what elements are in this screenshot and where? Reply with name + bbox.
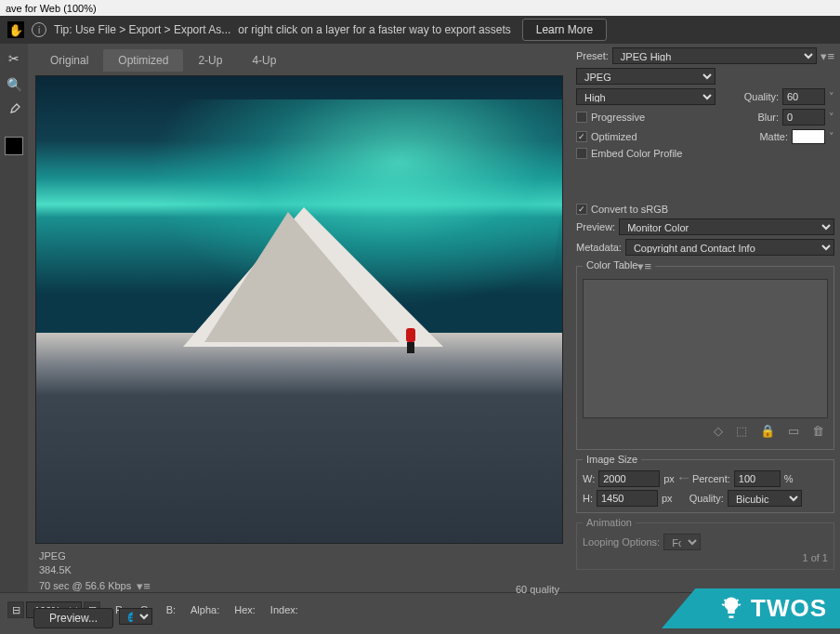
- ct-trash-icon[interactable]: 🗑: [812, 424, 824, 438]
- preview-label: Preview:: [576, 221, 615, 232]
- preset-label: Preset:: [576, 50, 609, 61]
- percent-label: Percent:: [692, 473, 730, 484]
- quality-dropdown-icon[interactable]: ˅: [829, 91, 834, 103]
- preview-time: 70 sec @ 56.6 Kbps: [39, 579, 131, 593]
- width-input[interactable]: [598, 470, 660, 487]
- percent-unit: %: [784, 473, 794, 484]
- blur-input[interactable]: [782, 109, 825, 125]
- animation-legend: Animation: [583, 517, 636, 528]
- animation-section: Animation Looping Options: Fo 1 of 1: [576, 517, 834, 570]
- blur-dropdown-icon[interactable]: ˅: [829, 112, 834, 124]
- color-table-grid[interactable]: [583, 279, 828, 418]
- download-speed-menu-icon[interactable]: ▾≡: [137, 578, 151, 595]
- info-icon: i: [32, 22, 46, 37]
- preview-size: 384.5K: [39, 563, 151, 577]
- tip-bar: ✋ i Tip: Use File > Export > Export As..…: [0, 16, 840, 44]
- color-table-section: Color Table ▾≡ ◇ ⬚ 🔒 ▭ 🗑: [576, 259, 834, 450]
- preview-quality: 60 quality: [516, 584, 559, 595]
- progressive-checkbox[interactable]: [576, 112, 587, 123]
- matte-swatch[interactable]: [792, 129, 825, 144]
- index-label: Index:: [270, 604, 298, 615]
- b-label: B:: [166, 604, 176, 615]
- format-select[interactable]: JPEG: [576, 68, 715, 85]
- convert-srgb-checkbox[interactable]: [576, 204, 587, 215]
- blur-label: Blur:: [757, 112, 779, 123]
- preview-select[interactable]: Monitor Color: [619, 218, 834, 235]
- quality-input[interactable]: [782, 88, 825, 105]
- preset-select[interactable]: JPEG High: [612, 47, 818, 64]
- height-input[interactable]: [597, 490, 658, 507]
- resample-quality-label: Quality:: [689, 493, 724, 504]
- quality-preset-select[interactable]: High: [576, 88, 715, 105]
- tip-text-1: Tip: Use File > Export > Export As...: [54, 23, 230, 36]
- color-swatch[interactable]: [5, 137, 23, 155]
- convert-srgb-label: Convert to sRGB: [591, 204, 668, 215]
- settings-panel: Preset: JPEG High ▾≡ JPEG High Quality: …: [571, 44, 840, 592]
- alpha-label: Alpha:: [190, 604, 219, 615]
- progressive-label: Progressive: [591, 112, 645, 123]
- looping-label: Looping Options:: [583, 536, 660, 548]
- width-label: W:: [583, 473, 595, 484]
- browser-select[interactable]: 🌐: [119, 608, 152, 625]
- ct-shift-icon[interactable]: ⬚: [736, 424, 747, 438]
- optimized-label: Optimized: [591, 131, 637, 142]
- ct-lock-icon[interactable]: 🔒: [760, 424, 775, 438]
- hex-label: Hex:: [234, 604, 256, 615]
- metadata-select[interactable]: Copyright and Contact Info: [625, 239, 834, 256]
- looping-select: Fo: [663, 534, 701, 550]
- frame-counter: 1 of 1: [802, 552, 828, 563]
- ct-new-icon[interactable]: ▭: [788, 424, 799, 438]
- tab-2up[interactable]: 2-Up: [183, 49, 237, 72]
- hand-tool-icon[interactable]: ✋: [7, 21, 24, 38]
- quality-label: Quality:: [744, 91, 779, 102]
- slice-tool-icon[interactable]: ✂: [5, 49, 23, 68]
- eyedropper-tool-icon[interactable]: [5, 101, 23, 120]
- tip-text-2: or right click on a layer for a faster w…: [238, 23, 510, 36]
- view-tabs: Original Optimized 2-Up 4-Up: [28, 44, 571, 72]
- embed-profile-label: Embed Color Profile: [591, 148, 682, 159]
- preview-button[interactable]: Preview...: [33, 608, 113, 628]
- embed-profile-checkbox[interactable]: [576, 148, 587, 159]
- preview-format: JPEG: [39, 549, 151, 563]
- height-label: H:: [583, 493, 593, 504]
- percent-input[interactable]: [734, 470, 781, 487]
- tab-4up[interactable]: 4-Up: [237, 49, 291, 72]
- tool-strip: ✂ 🔍: [0, 44, 28, 592]
- image-size-section: Image Size W: px ⬳ Percent: % H: px Qual…: [576, 454, 834, 513]
- color-table-legend: Color Table: [586, 259, 637, 271]
- preview-canvas[interactable]: [35, 75, 563, 544]
- tab-original[interactable]: Original: [35, 49, 103, 72]
- ct-pick-icon[interactable]: ◇: [714, 424, 723, 438]
- optimized-checkbox[interactable]: [576, 131, 587, 142]
- window-title: ave for Web (100%): [0, 0, 840, 16]
- matte-dropdown-icon[interactable]: ˅: [829, 131, 834, 143]
- tab-optimized[interactable]: Optimized: [103, 49, 183, 72]
- matte-label: Matte:: [759, 131, 788, 142]
- zoom-tool-icon[interactable]: 🔍: [5, 75, 23, 94]
- resample-quality-select[interactable]: Bicubic: [728, 490, 802, 507]
- metadata-label: Metadata:: [576, 242, 622, 253]
- color-table-menu-icon[interactable]: ▾≡: [637, 259, 651, 273]
- px-label-h: px: [662, 493, 673, 504]
- image-size-legend: Image Size: [583, 454, 641, 465]
- preset-menu-icon[interactable]: ▾≡: [820, 49, 834, 63]
- zoom-out-button[interactable]: ⊟: [7, 601, 24, 618]
- px-label-w: px: [663, 473, 675, 484]
- learn-more-button[interactable]: Learn More: [522, 19, 607, 41]
- link-dimensions-icon[interactable]: ⬳: [678, 473, 689, 484]
